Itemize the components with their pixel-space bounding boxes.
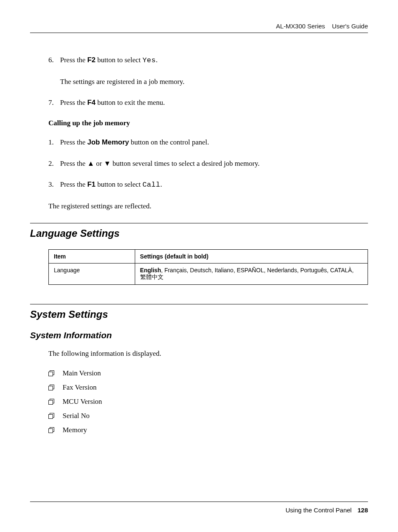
step-body: Press the Job Memory button on the contr… xyxy=(60,137,368,148)
page-footer: Using the Control Panel128 xyxy=(286,507,368,514)
step-7: 7. Press the F4 button to exit the menu. xyxy=(48,98,368,108)
text: . xyxy=(156,56,158,64)
col-item: Item xyxy=(49,250,135,263)
step-number: 7. xyxy=(48,98,60,108)
step-number: 1. xyxy=(48,137,60,148)
text: button several times to select a desired… xyxy=(111,160,260,167)
list-item: MCU Version xyxy=(48,398,368,406)
list-item: Serial No xyxy=(48,412,368,420)
step-number: 3. xyxy=(48,180,60,190)
text: Press the xyxy=(60,138,87,146)
up-arrow-icon: ▲ xyxy=(87,160,94,167)
text: Press the xyxy=(60,160,87,167)
cell-item: Language xyxy=(49,263,135,285)
box-bullet-icon xyxy=(48,385,63,390)
section-rule xyxy=(30,223,368,223)
heading-system-information: System Information xyxy=(30,330,368,340)
step-body: Press the ▲ or ▼ button several times to… xyxy=(60,159,368,169)
header-rule xyxy=(30,33,368,33)
footer-section: Using the Control Panel xyxy=(286,507,352,514)
text: button to select xyxy=(96,180,142,188)
cell-settings: English, Français, Deutsch, Italiano, ES… xyxy=(135,263,368,285)
button-name: F1 xyxy=(87,180,96,188)
table-header-row: Item Settings (default in bold) xyxy=(49,250,368,263)
system-info-list: Main Version Fax Version MCU Version Ser… xyxy=(48,369,368,434)
text: . xyxy=(160,180,162,188)
list-item-label: Fax Version xyxy=(63,383,96,392)
text: CATALÀ xyxy=(330,267,352,274)
call-step-2: 2. Press the ▲ or ▼ button several times… xyxy=(48,159,368,169)
step-body: Press the F2 button to select Yes. xyxy=(60,55,368,66)
text: , Français, Deutsch, Italiano, ESPAÑOL, … xyxy=(161,267,330,274)
step-body: Press the F1 button to select Call. xyxy=(60,180,368,190)
header-series: AL-MX300 Series xyxy=(276,23,325,30)
page-number: 128 xyxy=(358,507,368,514)
list-item-label: MCU Version xyxy=(63,398,102,406)
language-settings-table: Item Settings (default in bold) Language… xyxy=(48,249,368,285)
text: , xyxy=(352,267,354,274)
text: button to exit the menu. xyxy=(96,99,165,106)
text: button on the control panel. xyxy=(129,138,209,146)
text: or xyxy=(94,160,104,167)
list-item-label: Memory xyxy=(63,426,87,434)
sysinfo-intro: The following information is displayed. xyxy=(48,349,368,359)
section-rule xyxy=(30,304,368,304)
footer-rule xyxy=(30,502,368,502)
list-item: Fax Version xyxy=(48,383,368,392)
col-settings: Settings (default in bold) xyxy=(135,250,368,263)
box-bullet-icon xyxy=(48,370,63,376)
call-step-3: 3. Press the F1 button to select Call. xyxy=(48,180,368,190)
list-item: Memory xyxy=(48,426,368,434)
box-bullet-icon xyxy=(48,399,63,405)
list-item-label: Serial No xyxy=(63,412,90,420)
down-arrow-icon: ▼ xyxy=(104,160,111,167)
button-name: F4 xyxy=(87,99,96,106)
step-number: 6. xyxy=(48,55,60,66)
page-content: 6. Press the F2 button to select Yes. Th… xyxy=(30,55,368,440)
text: Press the xyxy=(60,56,87,64)
subheading-calling-job-memory: Calling up the job memory xyxy=(48,119,368,127)
table-row: Language English, Français, Deutsch, Ita… xyxy=(49,263,368,285)
header-doc: User's Guide xyxy=(332,23,368,30)
reflected-note: The registered settings are reflected. xyxy=(48,201,368,212)
heading-language-settings: Language Settings xyxy=(30,228,368,239)
call-step-1: 1. Press the Job Memory button on the co… xyxy=(48,137,368,148)
list-item-label: Main Version xyxy=(63,369,101,377)
button-name: Job Memory xyxy=(87,138,129,146)
text: button to select xyxy=(96,56,142,64)
step-body: Press the F4 button to exit the menu. xyxy=(60,98,368,108)
box-bullet-icon xyxy=(48,427,63,433)
text: Press the xyxy=(60,99,87,106)
text-cjk: 繁體中文 xyxy=(140,274,164,280)
page-header: AL-MX300 Series User's Guide xyxy=(276,23,368,30)
list-item: Main Version xyxy=(48,369,368,377)
box-bullet-icon xyxy=(48,413,63,419)
button-name: F2 xyxy=(87,56,96,64)
step-6-follow: The settings are registered in a job mem… xyxy=(60,77,368,87)
default-value: English xyxy=(140,267,161,274)
step-number: 2. xyxy=(48,159,60,169)
text: Press the xyxy=(60,180,87,188)
step-6: 6. Press the F2 button to select Yes. xyxy=(48,55,368,66)
heading-system-settings: System Settings xyxy=(30,309,368,320)
lcd-text: Yes xyxy=(142,56,156,64)
lcd-text: Call xyxy=(142,181,160,189)
